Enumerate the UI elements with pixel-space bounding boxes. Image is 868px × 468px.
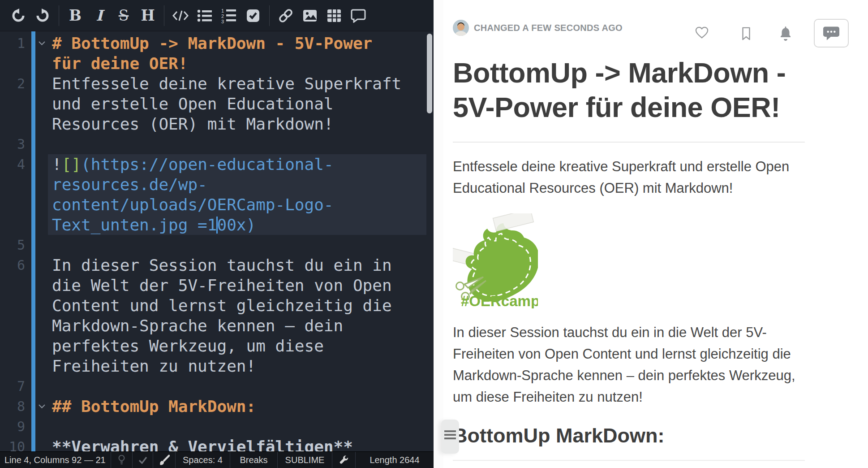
- avatar[interactable]: [453, 20, 469, 36]
- keymap-status[interactable]: SUBLIME: [278, 452, 332, 468]
- code-token: Content und lernst gleichzeitig die: [52, 296, 392, 315]
- toolbar-separator: [269, 5, 270, 26]
- grip-icon: [444, 430, 456, 454]
- like-button[interactable]: [695, 26, 709, 39]
- code-token: Text_unten.jpg =1: [52, 216, 217, 234]
- bullet-list-icon: [197, 9, 212, 23]
- heading-button[interactable]: H: [136, 5, 160, 26]
- spellcheck-button[interactable]: [133, 452, 153, 468]
- editor-row[interactable]: die Welt der 5V-Freiheiten von Open: [0, 275, 427, 295]
- toolbar-separator: [164, 5, 164, 26]
- checklist-button[interactable]: [241, 5, 265, 26]
- doc-length-status[interactable]: Length 2644: [356, 452, 434, 468]
- editor-scrollbar[interactable]: [427, 34, 432, 113]
- heart-icon: [695, 26, 709, 39]
- fold-chevron-icon[interactable]: [38, 33, 46, 53]
- comment-bubble-icon: [822, 25, 840, 41]
- cursor-position-label: Line 4, Columns 92 — 21: [4, 455, 106, 465]
- code-token: Resources (OER) mit Markdown!: [52, 115, 334, 133]
- editor-row[interactable]: Resources (OER) mit Markdown!: [0, 114, 427, 134]
- numbered-list-icon: 1 2 3: [221, 8, 236, 23]
- editor-row[interactable]: und erstelle Open Educational: [0, 94, 427, 114]
- bell-icon: [778, 26, 793, 41]
- doc-title: BottomUp -> MarkDown -5V-Power für deine…: [453, 56, 805, 143]
- line-number: 6: [0, 255, 25, 275]
- code-token: content/uploads/OERCamp-Logo-: [52, 195, 334, 214]
- notifications-button[interactable]: [778, 26, 793, 41]
- line-number: 2: [0, 74, 25, 94]
- doc-paragraph: Entfessele deine kreative Superkraft und…: [453, 156, 805, 199]
- editor-row[interactable]: 9: [0, 416, 427, 437]
- strikethrough-button[interactable]: S: [112, 5, 136, 26]
- link-icon: [278, 8, 293, 23]
- editor-row[interactable]: content/uploads/OERCamp-Logo-: [0, 195, 427, 215]
- table-button[interactable]: [322, 5, 346, 26]
- fold-chevron-icon[interactable]: [38, 396, 46, 416]
- line-number: 1: [0, 33, 25, 53]
- pane-divider[interactable]: [434, 0, 443, 468]
- editor-row[interactable]: 5: [0, 235, 427, 255]
- split-drag-handle[interactable]: [441, 420, 459, 454]
- code-block-button[interactable]: [168, 5, 193, 26]
- comment-button[interactable]: [346, 5, 370, 26]
- editor-row[interactable]: Text_unten.jpg =100x): [0, 215, 427, 235]
- code-token: 00x): [217, 216, 256, 234]
- code-token: ## BottomUp MarkDown:: [52, 397, 256, 416]
- oercamp-logo-image: #OERcamp: [453, 213, 805, 308]
- toolbar-separator: [59, 5, 59, 26]
- editor-row[interactable]: 7: [0, 376, 427, 396]
- italic-button[interactable]: I: [87, 5, 112, 26]
- editor-row[interactable]: 1# BottomUp -> MarkDown - 5V-Power: [0, 33, 427, 53]
- svg-text:1: 1: [221, 8, 224, 13]
- bookmark-button[interactable]: [739, 26, 753, 41]
- doc-heading2: BottomUp MarkDown:: [453, 424, 805, 461]
- night-mode-button[interactable]: [111, 452, 133, 468]
- heading-icon: H: [141, 8, 155, 23]
- editor-row[interactable]: resources.de/wp-: [0, 174, 427, 195]
- bold-icon: B: [69, 8, 82, 23]
- editor-row[interactable]: 3: [0, 134, 427, 154]
- breaks-status[interactable]: Breaks: [230, 452, 278, 468]
- link-button[interactable]: [274, 5, 298, 26]
- editor-row[interactable]: 4![](https://open-educational-: [0, 154, 427, 174]
- code-token: # BottomUp -> MarkDown - 5V-Power: [52, 34, 372, 52]
- editor-row[interactable]: 10**Verwahren & Vervielfältigen**: [0, 437, 427, 451]
- comments-button[interactable]: [814, 19, 849, 48]
- theme-brush-button[interactable]: [153, 452, 176, 468]
- editor-row[interactable]: 2Entfessele deine kreative Superkraft: [0, 74, 427, 94]
- code-editor[interactable]: 1# BottomUp -> MarkDown - 5V-Powerfür de…: [0, 31, 434, 451]
- code-token: Markdown-Sprache kennen – dein: [52, 316, 343, 335]
- editor-row[interactable]: perfektes Werkzeug, um diese: [0, 336, 427, 356]
- line-number: 3: [0, 134, 25, 154]
- editor-toolbar: B I S H 1 2 3: [0, 0, 434, 31]
- code-token: Freiheiten zu nutzen!: [52, 357, 256, 375]
- cursor-position-status[interactable]: Line 4, Columns 92 — 21: [0, 452, 111, 468]
- line-number: 4: [0, 154, 25, 174]
- doc-paragraph: In dieser Session tauchst du ein in die …: [453, 322, 805, 408]
- line-number: 7: [0, 376, 25, 396]
- image-button[interactable]: [298, 5, 322, 26]
- spaces-status[interactable]: Spaces: 4: [176, 452, 230, 468]
- bold-button[interactable]: B: [63, 5, 87, 26]
- tape-top: [493, 213, 534, 231]
- code-token: **Verwahren & Vervielfältigen**: [52, 438, 353, 451]
- numbered-list-button[interactable]: 1 2 3: [217, 5, 241, 26]
- editor-row[interactable]: 8## BottomUp MarkDown:: [0, 396, 427, 416]
- redo-button[interactable]: [30, 5, 55, 26]
- bullet-list-button[interactable]: [193, 5, 217, 26]
- preview-header: CHANGED A FEW SECONDS AGO: [443, 19, 868, 40]
- editor-row[interactable]: für deine OER!: [0, 53, 427, 74]
- code-token: die Welt der 5V-Freiheiten von Open: [52, 276, 392, 295]
- editor-row[interactable]: 6In dieser Session tauchst du ein in: [0, 255, 427, 275]
- wrench-icon: [339, 455, 349, 465]
- editor-rows: 1# BottomUp -> MarkDown - 5V-Powerfür de…: [0, 33, 427, 451]
- undo-button[interactable]: [6, 5, 30, 26]
- preferences-button[interactable]: [332, 452, 356, 468]
- code-token: Entfessele deine kreative Superkraft: [52, 74, 401, 93]
- editor-row[interactable]: Markdown-Sprache kennen – dein: [0, 316, 427, 336]
- editor-row[interactable]: Freiheiten zu nutzen!: [0, 356, 427, 376]
- editor-row[interactable]: Content und lernst gleichzeitig die: [0, 295, 427, 316]
- code-token: und erstelle Open Educational: [52, 95, 334, 113]
- keymap-label: SUBLIME: [285, 455, 325, 465]
- code-token: für deine OER!: [52, 54, 188, 73]
